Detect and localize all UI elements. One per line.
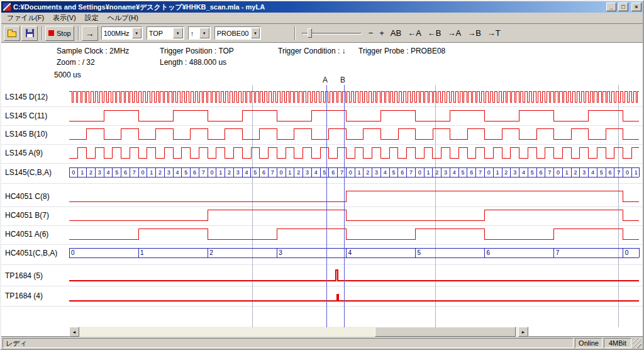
run-arrow-icon: →: [86, 28, 94, 38]
menu-help[interactable]: ヘルプ(H): [103, 12, 143, 24]
trigger-position-combo[interactable]: TOP ▼: [147, 26, 184, 40]
status-ready: レディ: [3, 338, 574, 348]
scroll-thumb[interactable]: [375, 327, 516, 337]
chevron-down-icon[interactable]: ▼: [251, 28, 259, 38]
menubar: ファイル(F) 表示(V) 設定 ヘルプ(H): [1, 13, 643, 24]
chevron-down-icon[interactable]: ▼: [199, 28, 209, 38]
menu-view[interactable]: 表示(V): [48, 12, 80, 24]
chevron-down-icon[interactable]: ▼: [173, 28, 183, 38]
waveform-area[interactable]: Sample Clock : 2MHz Trigger Position : T…: [1, 43, 643, 337]
stop-button[interactable]: Stop: [45, 26, 74, 41]
trigger-position-value: TOP: [147, 30, 172, 37]
time-origin-label: 5000 us: [54, 71, 81, 79]
menu-file[interactable]: ファイル(F): [3, 12, 48, 24]
arrow-left-icon: ◄: [72, 330, 77, 334]
trigger-condition-info: Trigger Condition : ↓: [278, 47, 346, 55]
set-cursor-a-button[interactable]: →A: [445, 27, 465, 39]
goto-cursor-b-button[interactable]: ←B: [425, 27, 445, 39]
slider-thumb[interactable]: [308, 28, 312, 38]
set-cursor-b-button[interactable]: →B: [464, 27, 484, 39]
titlebar: C:¥Documents and Settings¥noname¥デスクトップ¥…: [1, 1, 643, 13]
toolbar-separator: [78, 26, 79, 40]
goto-cursor-a-button[interactable]: ←A: [404, 27, 425, 39]
chevron-down-icon[interactable]: ▼: [132, 28, 142, 38]
close-button[interactable]: ×: [631, 3, 641, 11]
trigger-position-info: Trigger Position : TOP: [160, 47, 234, 55]
save-floppy-icon: [26, 29, 34, 37]
scroll-left-button[interactable]: ◄: [69, 327, 79, 337]
run-button[interactable]: →: [82, 26, 98, 41]
status-online-badge: Online: [575, 338, 602, 348]
toolbar: Stop → 100MHz ▼ TOP ▼ ↑ ▼ PROBE00 ▼ − +: [1, 24, 643, 43]
stop-label: Stop: [57, 30, 71, 37]
save-button[interactable]: [21, 26, 38, 41]
resize-grip[interactable]: [633, 338, 641, 348]
zoom-in-button[interactable]: +: [376, 27, 387, 39]
zoom-info: Zoom : / 32: [57, 58, 95, 67]
status-memory-badge: 4MBit: [604, 338, 631, 348]
maximize-button[interactable]: □: [618, 3, 628, 11]
trigger-edge-combo[interactable]: ↑ ▼: [188, 26, 211, 40]
zoom-out-button[interactable]: −: [365, 27, 377, 39]
scroll-track[interactable]: [79, 327, 518, 337]
trigger-probe-value: PROBE00: [215, 30, 251, 37]
horizontal-scrollbar[interactable]: ◄ ►: [69, 327, 528, 337]
trigger-probe-combo[interactable]: PROBE00 ▼: [214, 26, 261, 40]
goto-trigger-button[interactable]: →T: [484, 27, 504, 39]
statusbar: レディ Online 4MBit: [1, 337, 643, 349]
minimize-button[interactable]: _: [606, 3, 616, 11]
sample-clock-combo[interactable]: 100MHz ▼: [101, 26, 143, 40]
window-title: C:¥Documents and Settings¥noname¥デスクトップ¥…: [13, 3, 604, 12]
zoom-slider[interactable]: [302, 26, 362, 40]
length-info: Length : 488.000 us: [160, 58, 226, 67]
sample-clock-value: 100MHz: [102, 30, 131, 37]
open-folder-icon: [8, 31, 16, 37]
toolbar-separator: [294, 26, 296, 40]
trigger-probe-info: Trigger Probe : PROBE08: [358, 47, 445, 55]
trigger-edge-value: ↑: [189, 30, 199, 37]
stop-icon: [48, 30, 54, 36]
toolbar-separator: [42, 26, 43, 40]
zoom-ab-button[interactable]: AB: [387, 27, 404, 39]
scroll-right-button[interactable]: ►: [518, 327, 528, 337]
app-window: C:¥Documents and Settings¥noname¥デスクトップ¥…: [0, 0, 644, 350]
arrow-right-icon: ►: [521, 330, 526, 334]
sample-clock-info: Sample Clock : 2MHz: [57, 47, 129, 55]
open-button[interactable]: [4, 26, 20, 41]
app-icon: [3, 3, 11, 11]
menu-settings[interactable]: 設定: [80, 12, 103, 24]
